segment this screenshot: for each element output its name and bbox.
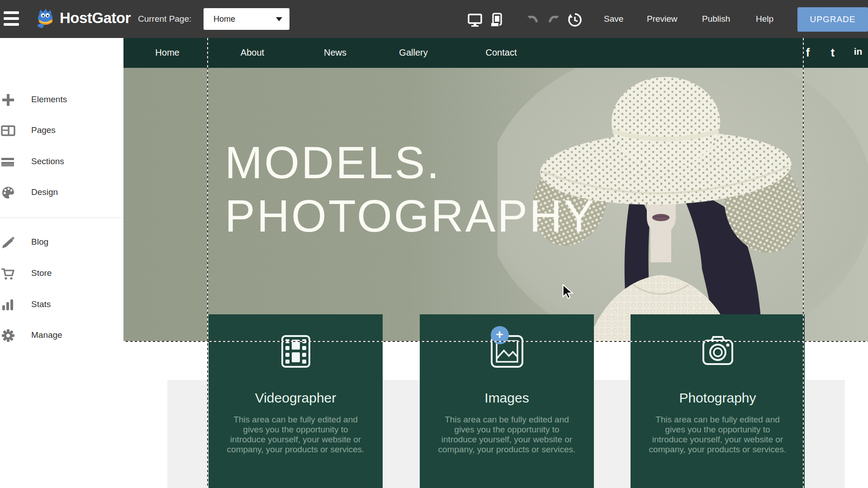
sections-icon (1, 155, 15, 169)
publish-button[interactable]: Publish (702, 14, 730, 24)
sidebar-item-pages[interactable]: Pages (0, 122, 123, 140)
preview-button[interactable]: Preview (647, 14, 678, 24)
film-icon (277, 332, 315, 370)
site-nav-bar: Home About News Gallery Contact f t in (123, 38, 868, 68)
mouse-cursor (562, 284, 576, 299)
editor-sidebar: Elements Pages Sections Design (0, 38, 123, 488)
card-photography[interactable]: Photography This area can be fully edite… (631, 314, 805, 488)
hero-title-line1: MODELS. (225, 136, 441, 189)
mobile-view-icon[interactable] (489, 12, 504, 28)
section-guide-bottom-dashed-line (123, 341, 868, 342)
sidebar-item-manage[interactable]: Manage (0, 327, 123, 345)
bar-chart-icon (1, 298, 15, 312)
pages-icon (1, 123, 15, 138)
page-select-value: Home (213, 14, 276, 24)
card-body: This area can be fully edited and gives … (648, 415, 787, 455)
site-nav-contact[interactable]: Contact (486, 47, 517, 58)
site-nav-about[interactable]: About (241, 47, 264, 58)
top-toolbar: HostGator Current Page: Home Save Previe… (0, 0, 868, 38)
facebook-icon[interactable]: f (806, 46, 810, 59)
chevron-down-icon (276, 17, 282, 21)
undo-icon[interactable] (525, 12, 540, 28)
site-nav-gallery[interactable]: Gallery (399, 47, 427, 58)
card-title: Videographer (209, 390, 383, 406)
sidebar-item-elements[interactable]: Elements (0, 91, 123, 109)
card-title: Photography (631, 390, 805, 406)
section-guide-left-dashed-line (207, 38, 208, 488)
sidebar-divider (0, 218, 123, 218)
sidebar-item-sections[interactable]: Sections (0, 153, 123, 171)
plus-icon (1, 93, 15, 107)
save-button[interactable]: Save (604, 14, 623, 24)
history-icon[interactable] (567, 12, 583, 28)
redo-icon[interactable] (546, 12, 562, 28)
pencil-icon (1, 235, 15, 250)
current-page-label: Current Page: (138, 14, 191, 24)
page-select-dropdown[interactable]: Home (204, 8, 289, 30)
help-button[interactable]: Help (756, 14, 773, 24)
sidebar-item-store[interactable]: Store (0, 265, 123, 283)
camera-icon (699, 332, 737, 370)
card-body: This area can be fully edited and gives … (437, 415, 577, 455)
card-videographer[interactable]: Videographer This area can be fully edit… (209, 314, 383, 488)
sidebar-item-design[interactable]: Design (0, 184, 123, 202)
hostgator-gator-icon (34, 7, 56, 29)
card-title: Images (420, 390, 594, 406)
hero-section[interactable]: MODELS. PHOTOGRAPHY (123, 68, 868, 341)
hostgator-logo: HostGator (34, 7, 131, 29)
sidebar-item-stats[interactable]: Stats (0, 296, 123, 314)
logo-wordmark: HostGator (60, 9, 131, 27)
card-body: This area can be fully edited and gives … (226, 415, 365, 455)
gear-icon (1, 328, 15, 343)
linkedin-icon[interactable]: in (854, 46, 863, 57)
site-nav-news[interactable]: News (324, 47, 346, 58)
hamburger-menu-icon[interactable] (4, 11, 19, 27)
twitter-icon[interactable]: t (831, 46, 835, 59)
card-images[interactable]: + Images This area can be fully edited a… (420, 314, 594, 488)
desktop-view-icon[interactable] (467, 12, 483, 28)
cart-icon (1, 266, 15, 281)
site-nav-home[interactable]: Home (155, 47, 179, 58)
hero-title-line2: PHOTOGRAPHY (225, 189, 596, 242)
section-guide-right-dashed-line (803, 38, 804, 488)
sidebar-item-blog[interactable]: Blog (0, 233, 123, 251)
upgrade-button[interactable]: UPGRADE (797, 7, 868, 32)
palette-icon (1, 185, 15, 200)
